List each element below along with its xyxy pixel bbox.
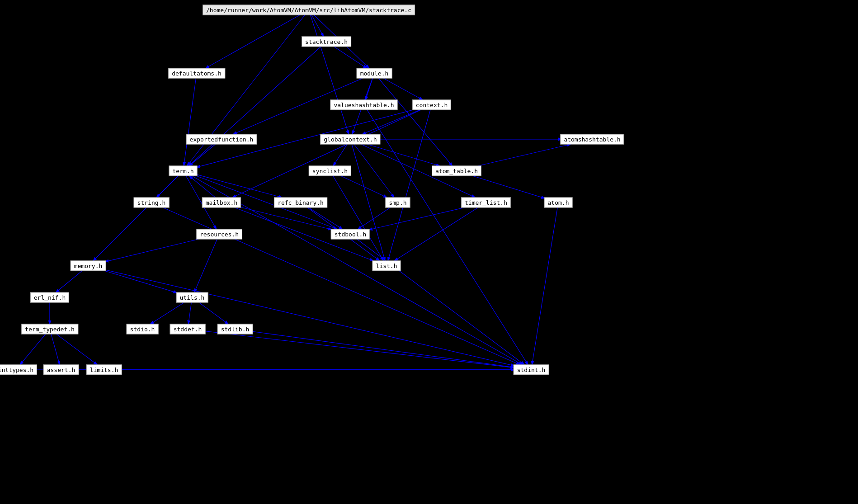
node-refc_binary_h[interactable]: refc_binary.h (274, 198, 327, 208)
node-atom_h[interactable]: atom.h (544, 198, 573, 208)
node-erl_nif_h[interactable]: erl_nif.h (30, 292, 69, 303)
node-root[interactable]: /home/runner/work/AtomVM/AtomVM/src/libA… (203, 5, 415, 15)
node-globalcontext_h[interactable]: globalcontext.h (320, 134, 380, 145)
node-stdio_h[interactable]: stdio.h (127, 324, 159, 334)
node-list_h[interactable]: list.h (372, 261, 401, 271)
node-stddef_h[interactable]: stddef.h (170, 324, 206, 334)
node-exportedfunction_h[interactable]: exportedfunction.h (186, 134, 257, 145)
dependency-graph (0, 0, 858, 504)
node-stdint_h[interactable]: stdint.h (514, 365, 549, 375)
node-mailbox_h[interactable]: mailbox.h (202, 198, 241, 208)
node-atom_table_h[interactable]: atom_table.h (432, 166, 481, 176)
node-utils_h[interactable]: utils.h (176, 292, 208, 303)
node-limits_h[interactable]: limits.h (86, 365, 122, 375)
node-module_h[interactable]: module.h (357, 68, 392, 79)
node-assert_h[interactable]: assert.h (43, 365, 79, 375)
node-inttypes_h[interactable]: inttypes.h (0, 365, 37, 375)
node-stdlib_h[interactable]: stdlib.h (217, 324, 253, 334)
node-stdbool_h[interactable]: stdbool.h (331, 229, 370, 240)
node-valueshashtable_h[interactable]: valueshashtable.h (330, 100, 397, 110)
node-context_h[interactable]: context.h (412, 100, 451, 110)
node-term_h[interactable]: term.h (169, 166, 198, 176)
node-atomshashtable_h[interactable]: atomshashtable.h (560, 134, 624, 145)
node-stacktrace_h[interactable]: stacktrace.h (302, 37, 351, 47)
node-resources_h[interactable]: resources.h (196, 229, 242, 240)
node-defaultatoms_h[interactable]: defaultatoms.h (168, 68, 225, 79)
node-memory_h[interactable]: memory.h (71, 261, 106, 271)
node-timer_list_h[interactable]: timer_list.h (461, 198, 511, 208)
node-term_typedef_h[interactable]: term_typedef.h (21, 324, 78, 334)
node-smp_h[interactable]: smp.h (385, 198, 410, 208)
node-synclist_h[interactable]: synclist.h (309, 166, 351, 176)
node-string_h[interactable]: string.h (134, 198, 170, 208)
